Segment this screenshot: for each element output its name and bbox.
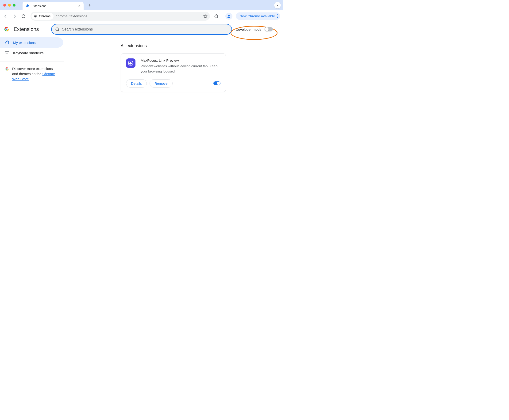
divider — [222, 14, 222, 19]
kebab-menu-icon — [277, 14, 278, 18]
tab-title: Extensions — [31, 4, 76, 8]
chrome-logo-icon — [33, 14, 38, 18]
close-window-button[interactable] — [3, 4, 6, 7]
tab-strip: Extensions — [0, 0, 283, 10]
extension-icon — [126, 58, 136, 68]
extension-name: MaxFocus: Link Preview — [141, 58, 220, 62]
puzzle-piece-icon — [5, 40, 9, 45]
new-tab-button[interactable] — [86, 2, 93, 8]
extension-card: MaxFocus: Link Preview Preview websites … — [121, 53, 226, 92]
url-text: chrome://extensions — [56, 14, 203, 18]
svg-point-11 — [7, 68, 8, 70]
main-layout: My extensions Keyboard shortcuts — [0, 36, 283, 233]
details-button[interactable]: Details — [126, 79, 147, 88]
site-chip-label: Chrome — [39, 14, 51, 18]
search-icon — [55, 27, 60, 32]
web-store-icon — [5, 67, 9, 71]
toggle-knob — [217, 82, 220, 85]
svg-rect-9 — [5, 52, 9, 54]
svg-rect-12 — [129, 61, 133, 65]
update-available-chip[interactable]: New Chrome available — [236, 12, 280, 20]
search-input[interactable] — [51, 24, 232, 35]
minimize-window-button[interactable] — [8, 4, 11, 7]
browser-toolbar: Chrome chrome://extensions New Chrome av… — [0, 10, 283, 22]
remove-button[interactable]: Remove — [150, 79, 173, 88]
sidebar-item-keyboard-shortcuts[interactable]: Keyboard shortcuts — [0, 48, 63, 58]
sidebar-item-label: My extensions — [13, 41, 36, 45]
reload-button[interactable] — [20, 13, 27, 19]
browser-tab[interactable]: Extensions — [23, 2, 84, 10]
extensions-icon[interactable] — [214, 14, 218, 19]
extension-enable-toggle[interactable] — [213, 82, 220, 85]
svg-point-13 — [129, 63, 130, 64]
tabs-dropdown-button[interactable] — [274, 2, 281, 8]
profile-avatar-icon[interactable] — [225, 13, 232, 20]
section-title: All extensions — [121, 43, 273, 48]
chrome-logo-icon — [3, 26, 10, 33]
address-bar[interactable]: Chrome chrome://extensions — [30, 12, 210, 21]
forward-button[interactable] — [11, 13, 18, 19]
sidebar-item-my-extensions[interactable]: My extensions — [0, 37, 63, 48]
search-container — [51, 24, 232, 35]
extension-description: Preview websites without leaving current… — [141, 64, 220, 74]
content-area: All extensions MaxFocus: Link Preview Pr… — [64, 36, 283, 233]
window-controls — [0, 4, 15, 7]
extensions-page-header: Extensions Developer mode — [0, 22, 283, 36]
developer-mode-toggle[interactable] — [265, 27, 273, 31]
developer-mode-group: Developer mode — [236, 27, 274, 31]
web-store-promo: Discover more extensions and themes on t… — [0, 61, 64, 82]
close-tab-icon[interactable] — [77, 4, 81, 8]
toggle-knob — [265, 27, 269, 31]
maximize-window-button[interactable] — [13, 4, 15, 7]
sidebar: My extensions Keyboard shortcuts — [0, 36, 64, 233]
puzzle-piece-icon — [25, 4, 30, 8]
keyboard-icon — [5, 51, 9, 55]
svg-point-8 — [56, 28, 59, 30]
svg-point-2 — [35, 15, 36, 16]
svg-point-7 — [6, 29, 8, 30]
bookmark-star-icon[interactable] — [203, 14, 207, 19]
sidebar-item-label: Keyboard shortcuts — [13, 51, 43, 55]
toolbar-actions: New Chrome available — [214, 12, 280, 20]
page-title: Extensions — [14, 26, 39, 32]
developer-mode-label: Developer mode — [236, 27, 262, 31]
site-info-chip[interactable]: Chrome — [31, 13, 53, 20]
update-label: New Chrome available — [239, 14, 275, 18]
svg-point-4 — [228, 15, 230, 16]
back-button[interactable] — [2, 13, 9, 19]
